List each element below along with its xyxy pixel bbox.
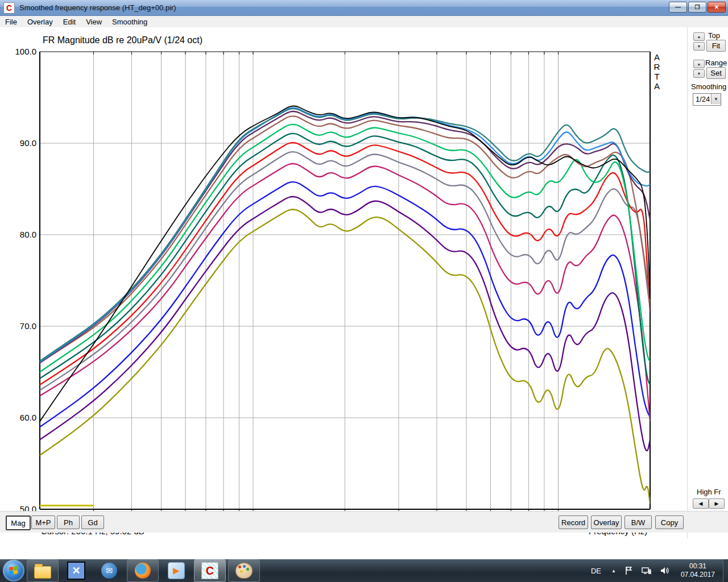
- arta-watermark: A R T A: [652, 52, 661, 91]
- range-label: Range: [705, 59, 727, 67]
- menu-bar: File Overlay Edit View Smoothing: [0, 16, 728, 28]
- svg-text:70.0: 70.0: [20, 321, 36, 331]
- language-indicator[interactable]: DE: [585, 567, 607, 575]
- taskbar-item-arta[interactable]: C: [194, 559, 226, 582]
- ph-button[interactable]: Ph: [57, 516, 80, 529]
- set-button[interactable]: Set: [706, 67, 726, 79]
- smoothing-label: Smoothing: [691, 82, 726, 91]
- windows-logo-icon: [9, 566, 18, 575]
- minimize-button[interactable]: —: [669, 2, 687, 13]
- x-tool-icon: ✕: [67, 562, 85, 580]
- arta-window: C Smoothed frequency response (HT_deg+00…: [0, 0, 728, 582]
- taskbar-item-media-player[interactable]: ▶: [161, 560, 192, 581]
- menu-edit[interactable]: Edit: [58, 16, 81, 27]
- high-fr-label: High Fr: [697, 488, 721, 496]
- taskbar-item-firefox[interactable]: [127, 559, 159, 582]
- smoothing-dropdown[interactable]: 1/24 ▼: [693, 93, 721, 106]
- record-button[interactable]: Record: [559, 516, 588, 529]
- folder-icon: [34, 566, 51, 579]
- thunderbird-icon: ✉: [101, 563, 117, 579]
- bw-button[interactable]: B/W: [624, 516, 652, 529]
- range-down-button[interactable]: ▼: [693, 69, 705, 78]
- smoothing-value: 1/24: [696, 95, 710, 103]
- mag-button[interactable]: Mag: [6, 516, 31, 530]
- restore-button[interactable]: ❐: [688, 2, 706, 13]
- overlay-button[interactable]: Overlay: [591, 516, 622, 529]
- top-up-button[interactable]: ▲: [693, 32, 705, 41]
- app-icon: C: [3, 2, 15, 14]
- svg-text:90.0: 90.0: [20, 138, 36, 148]
- svg-text:60.0: 60.0: [20, 413, 36, 422]
- chevron-down-icon[interactable]: ▼: [711, 94, 721, 104]
- menu-view[interactable]: View: [81, 16, 107, 27]
- top-down-button[interactable]: ▼: [693, 42, 705, 51]
- copy-button[interactable]: Copy: [655, 516, 684, 529]
- right-control-panel: ▲ ▼ Top Fit ▲ ▼ Range Set Smoothing 1/24…: [687, 27, 728, 538]
- taskbar: ✕ ✉ ▶ C DE ▲ 00:31 07.04.2017: [0, 559, 728, 582]
- gd-button[interactable]: Gd: [81, 516, 104, 529]
- system-tray: DE ▲ 00:31 07.04.2017: [585, 559, 728, 582]
- firefox-icon: [135, 563, 151, 579]
- media-player-icon: ▶: [168, 562, 185, 579]
- show-desktop-button[interactable]: [723, 559, 728, 582]
- close-button[interactable]: ✕: [708, 2, 726, 13]
- taskbar-item-explorer[interactable]: [27, 559, 59, 582]
- high-fr-right-button[interactable]: ▶: [709, 498, 725, 509]
- fit-button[interactable]: Fit: [706, 40, 726, 52]
- taskbar-item-thunderbird[interactable]: ✉: [94, 560, 125, 581]
- bottom-toolbar: Mag M+P Ph Gd Record Overlay B/W Copy: [0, 511, 728, 533]
- title-bar: C Smoothed frequency response (HT_deg+00…: [0, 0, 728, 16]
- clock[interactable]: 00:31 07.04.2017: [674, 562, 722, 579]
- date: 07.04.2017: [681, 571, 715, 579]
- frequency-response-plot[interactable]: 2005001k2k5k10k20k100.090.080.070.060.05…: [0, 27, 728, 538]
- tray-expand-icon[interactable]: ▲: [607, 568, 621, 573]
- arta-icon: C: [201, 562, 218, 579]
- top-label: Top: [708, 31, 720, 40]
- start-button[interactable]: [3, 560, 24, 581]
- menu-file[interactable]: File: [0, 16, 22, 27]
- svg-text:100.0: 100.0: [15, 47, 36, 56]
- volume-icon[interactable]: [656, 566, 674, 575]
- client-area: 2005001k2k5k10k20k100.090.080.070.060.05…: [0, 27, 728, 538]
- menu-smoothing[interactable]: Smoothing: [107, 16, 152, 27]
- network-icon[interactable]: [638, 566, 656, 575]
- action-center-flag-icon[interactable]: [621, 566, 638, 575]
- m-plus-p-button[interactable]: M+P: [31, 516, 55, 529]
- svg-text:80.0: 80.0: [20, 230, 36, 239]
- window-title: Smoothed frequency response (HT_deg+00.p…: [19, 3, 176, 12]
- range-up-button[interactable]: ▲: [693, 60, 705, 68]
- taskbar-item-paint[interactable]: [228, 559, 260, 582]
- paint-icon: [235, 563, 253, 579]
- high-fr-left-button[interactable]: ◀: [693, 498, 709, 509]
- menu-overlay[interactable]: Overlay: [22, 16, 58, 27]
- time: 00:31: [681, 562, 715, 571]
- chart-title: FR Magnitude dB re 20uPa/V (1/24 oct): [43, 35, 202, 45]
- taskbar-item-x-tool[interactable]: ✕: [61, 560, 92, 581]
